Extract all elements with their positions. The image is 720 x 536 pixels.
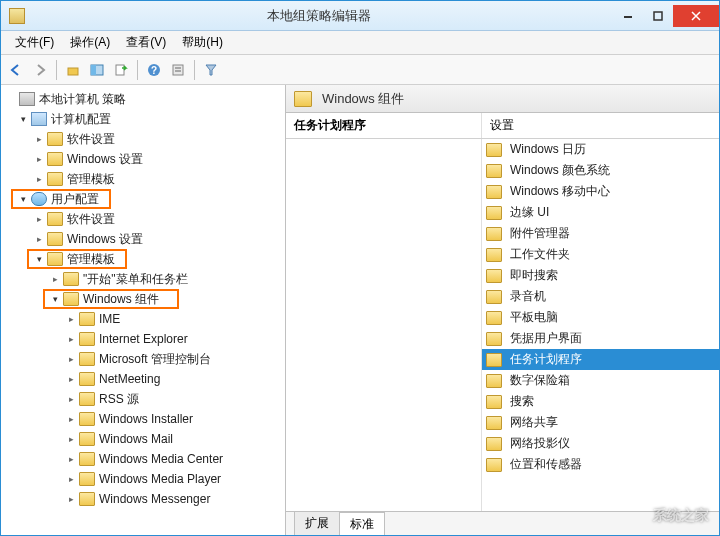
list-item[interactable]: 平板电脑 [482,307,719,328]
list-item[interactable]: 网络投影仪 [482,433,719,454]
menu-action[interactable]: 操作(A) [62,31,118,54]
folder-icon [63,272,79,286]
tree-item[interactable]: Windows 设置 [1,229,285,249]
list-item[interactable]: Windows 日历 [482,139,719,160]
list-item-label: Windows 日历 [510,141,586,158]
help-button[interactable]: ? [143,59,165,81]
list-item[interactable]: 附件管理器 [482,223,719,244]
tree-item[interactable]: Microsoft 管理控制台 [1,349,285,369]
tree-root[interactable]: 本地计算机 策略 [1,89,285,109]
list-item[interactable]: Windows 移动中心 [482,181,719,202]
expander-icon[interactable] [33,133,45,145]
expander-icon[interactable] [65,333,77,345]
tree-item[interactable]: Windows 设置 [1,149,285,169]
svg-rect-4 [91,65,96,75]
list-item[interactable]: 工作文件夹 [482,244,719,265]
tree-label: Windows Installer [99,412,193,426]
tree-item[interactable]: Windows Messenger [1,489,285,509]
tree-item[interactable]: Windows Mail [1,429,285,449]
maximize-button[interactable] [643,5,673,27]
list-item-label: 网络共享 [510,414,558,431]
tree-item[interactable]: IME [1,309,285,329]
expander-icon[interactable] [65,473,77,485]
tree-item[interactable]: "开始"菜单和任务栏 [1,269,285,289]
tree-label: Windows 设置 [67,151,143,168]
filter-button[interactable] [200,59,222,81]
tree-windows-components[interactable]: Windows 组件 [1,289,285,309]
settings-column-header[interactable]: 设置 [481,113,719,138]
tree-item[interactable]: Windows Installer [1,409,285,429]
expander-icon[interactable] [65,393,77,405]
expander-icon[interactable] [17,193,29,205]
show-hide-tree-button[interactable] [86,59,108,81]
tree-label: Internet Explorer [99,332,188,346]
policy-root-icon [19,92,35,106]
app-icon [9,8,25,24]
tree-label: 用户配置 [51,191,99,208]
list-item[interactable]: 数字保险箱 [482,370,719,391]
maximize-icon [653,11,663,21]
minimize-button[interactable] [613,5,643,27]
menu-view[interactable]: 查看(V) [118,31,174,54]
list-item[interactable]: Windows 颜色系统 [482,160,719,181]
list-item[interactable]: 任务计划程序 [482,349,719,370]
tree-item[interactable]: 管理模板 [1,169,285,189]
menu-help[interactable]: 帮助(H) [174,31,231,54]
folder-icon [47,212,63,226]
expander-icon[interactable] [65,453,77,465]
tree-item[interactable]: Windows Media Player [1,469,285,489]
tree-item[interactable]: 软件设置 [1,129,285,149]
folder-icon [63,292,79,306]
folder-icon [486,290,502,304]
list-item[interactable]: 位置和传感器 [482,454,719,475]
separator [137,60,138,80]
funnel-icon [204,63,218,77]
expander-icon[interactable] [65,413,77,425]
tree-computer-config[interactable]: 计算机配置 [1,109,285,129]
folder-icon [486,395,502,409]
expander-icon[interactable] [65,373,77,385]
tree-item[interactable]: RSS 源 [1,389,285,409]
expander-icon[interactable] [33,253,45,265]
tree-item[interactable]: Windows Media Center [1,449,285,469]
expander-icon[interactable] [33,213,45,225]
tree-item[interactable]: 软件设置 [1,209,285,229]
list-item[interactable]: 搜索 [482,391,719,412]
tab-extended[interactable]: 扩展 [294,511,340,535]
expander-icon[interactable] [65,353,77,365]
back-button[interactable] [5,59,27,81]
expander-icon[interactable] [65,313,77,325]
list-item[interactable]: 网络共享 [482,412,719,433]
expander-icon[interactable] [17,113,29,125]
list-item-label: 录音机 [510,288,546,305]
properties-button[interactable] [167,59,189,81]
expander-icon[interactable] [33,233,45,245]
forward-button[interactable] [29,59,51,81]
tree-item[interactable]: NetMeeting [1,369,285,389]
expander-icon[interactable] [65,493,77,505]
menu-file[interactable]: 文件(F) [7,31,62,54]
settings-list[interactable]: Windows 日历Windows 颜色系统Windows 移动中心边缘 UI附… [481,139,719,511]
list-item[interactable]: 边缘 UI [482,202,719,223]
expander-icon[interactable] [33,153,45,165]
list-item[interactable]: 即时搜索 [482,265,719,286]
export-list-button[interactable] [110,59,132,81]
list-item[interactable]: 凭据用户界面 [482,328,719,349]
list-item[interactable]: 录音机 [482,286,719,307]
expander-icon[interactable] [49,293,61,305]
folder-icon [486,311,502,325]
titlebar[interactable]: 本地组策略编辑器 [1,1,719,31]
up-button[interactable] [62,59,84,81]
expander-icon[interactable] [65,433,77,445]
tree-user-config[interactable]: 用户配置 [1,189,285,209]
tab-standard[interactable]: 标准 [339,512,385,535]
expander-icon[interactable] [33,173,45,185]
expander-icon[interactable] [49,273,61,285]
close-button[interactable] [673,5,719,27]
svg-rect-2 [68,68,78,75]
tree-pane[interactable]: 本地计算机 策略 计算机配置 软件设置 Windows 设置 管理模板 [1,85,286,535]
tree-admin-templates[interactable]: 管理模板 [1,249,285,269]
tree-item[interactable]: Internet Explorer [1,329,285,349]
svg-rect-0 [624,16,632,18]
list-item-label: 数字保险箱 [510,372,570,389]
